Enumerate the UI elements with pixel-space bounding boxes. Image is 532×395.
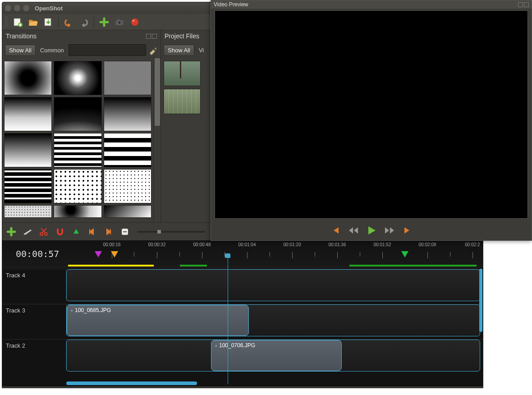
track-body[interactable]: ▾100_0706.JPG xyxy=(66,340,480,372)
toolbar-grip[interactable] xyxy=(5,17,8,27)
file-item[interactable] xyxy=(164,61,201,86)
region-green-1[interactable] xyxy=(180,265,207,266)
track-header[interactable]: Track 2 xyxy=(2,340,66,372)
marker-purple[interactable] xyxy=(95,251,102,257)
preview-undock-icon[interactable] xyxy=(518,2,523,7)
project-files-title: Project Files xyxy=(165,32,199,40)
region-yellow[interactable] xyxy=(68,265,154,266)
transition-item[interactable] xyxy=(54,169,101,203)
save-project-icon[interactable] xyxy=(43,17,54,28)
record-icon[interactable] xyxy=(129,17,140,28)
svg-rect-5 xyxy=(117,19,119,20)
play-icon[interactable] xyxy=(366,225,377,236)
svg-point-4 xyxy=(118,21,121,24)
panel-undock-icon[interactable] xyxy=(146,34,151,39)
svg-rect-11 xyxy=(123,231,127,232)
timeline-horizontal-scrollbar[interactable] xyxy=(66,381,478,386)
file-item[interactable] xyxy=(164,89,201,114)
marker-orange[interactable] xyxy=(111,251,118,257)
transitions-common-button[interactable]: Common xyxy=(37,45,67,55)
fast-forward-icon[interactable] xyxy=(384,225,395,236)
project-files-list xyxy=(161,58,212,222)
track-row: Track 4 xyxy=(2,269,483,301)
timeline-clip[interactable]: ▾100_0706.JPG xyxy=(211,340,342,371)
timeline-clip[interactable]: ▾100_0685.JPG xyxy=(67,305,249,336)
transition-item[interactable] xyxy=(54,205,101,218)
transitions-panel: Transitions Show All Common xyxy=(2,30,161,222)
video-preview-title: Video Preview xyxy=(214,1,248,8)
transition-item[interactable] xyxy=(4,205,52,218)
transition-item[interactable] xyxy=(104,205,151,218)
marker-next-icon[interactable] xyxy=(103,226,114,237)
project-files-video-tab[interactable]: Vi xyxy=(196,45,206,55)
video-preview-window: Video Preview xyxy=(211,0,532,241)
track-header[interactable]: Track 4 xyxy=(2,269,66,301)
panel-close-icon[interactable] xyxy=(152,34,157,39)
transition-item[interactable] xyxy=(104,169,151,203)
transition-item[interactable] xyxy=(54,97,101,131)
transitions-thumbnails xyxy=(2,58,153,222)
minimize-window-button[interactable] xyxy=(14,5,20,11)
playhead-timecode: 00:00:57 xyxy=(16,248,59,259)
new-project-icon[interactable] xyxy=(12,17,23,28)
window-title: OpenShot xyxy=(35,5,63,12)
add-file-icon[interactable] xyxy=(99,17,110,28)
redo-icon[interactable] xyxy=(78,17,89,28)
preview-controls xyxy=(211,220,532,240)
track-row: Track 2 ▾100_0706.JPG xyxy=(2,339,483,372)
timeline: 00:00:57 00:00:16 00:00:32 00:00:48 00:0… xyxy=(2,240,483,386)
timeline-ruler[interactable]: 00:00:57 00:00:16 00:00:32 00:00:48 00:0… xyxy=(2,240,483,267)
transitions-search-input[interactable] xyxy=(69,44,146,56)
transitions-scrollbar[interactable] xyxy=(153,58,161,222)
timeline-vertical-scrollbar[interactable] xyxy=(479,269,483,345)
transitions-title: Transitions xyxy=(6,32,37,40)
snapshot-icon[interactable] xyxy=(114,17,125,28)
preview-screen xyxy=(215,10,528,219)
svg-point-7 xyxy=(133,20,134,22)
transition-item[interactable] xyxy=(4,133,52,167)
transition-item[interactable] xyxy=(104,61,151,95)
playhead[interactable] xyxy=(228,253,228,384)
open-project-icon[interactable] xyxy=(28,17,38,28)
marker-prev-icon[interactable] xyxy=(87,226,98,237)
zoom-slider[interactable] xyxy=(138,231,205,233)
project-files-panel: Project Files Show All Vi xyxy=(161,30,212,222)
transitions-show-all-button[interactable]: Show All xyxy=(5,45,36,56)
transition-item[interactable] xyxy=(4,61,52,95)
transition-item[interactable] xyxy=(54,133,101,167)
cut-icon[interactable] xyxy=(38,226,49,237)
marker-green[interactable] xyxy=(401,251,408,257)
transition-item[interactable] xyxy=(104,97,151,131)
transition-item[interactable] xyxy=(4,169,52,203)
project-files-show-all-button[interactable]: Show All xyxy=(164,45,194,56)
transition-item[interactable] xyxy=(54,61,101,95)
maximize-window-button[interactable] xyxy=(23,5,29,11)
track-body[interactable] xyxy=(66,269,480,301)
track-body[interactable]: ▾100_0685.JPG xyxy=(66,304,480,336)
zoom-fit-icon[interactable] xyxy=(119,226,130,237)
svg-point-6 xyxy=(131,18,138,26)
add-track-icon[interactable] xyxy=(6,226,17,237)
transition-item[interactable] xyxy=(104,133,151,167)
track-header[interactable]: Track 3 xyxy=(2,304,66,336)
goto-start-icon[interactable] xyxy=(330,225,341,236)
goto-end-icon[interactable] xyxy=(402,225,413,236)
marker-add-icon[interactable] xyxy=(71,226,82,237)
razor-tool-icon[interactable] xyxy=(22,226,33,237)
region-green-2[interactable] xyxy=(349,265,477,266)
clear-filter-icon[interactable] xyxy=(148,45,158,55)
track-row: Track 3 ▾100_0685.JPG xyxy=(2,304,483,336)
rewind-icon[interactable] xyxy=(348,225,359,236)
undo-icon[interactable] xyxy=(63,17,74,28)
transition-item[interactable] xyxy=(4,97,52,131)
close-window-button[interactable] xyxy=(5,5,11,11)
snap-icon[interactable] xyxy=(55,226,65,237)
preview-close-icon[interactable] xyxy=(524,2,529,7)
